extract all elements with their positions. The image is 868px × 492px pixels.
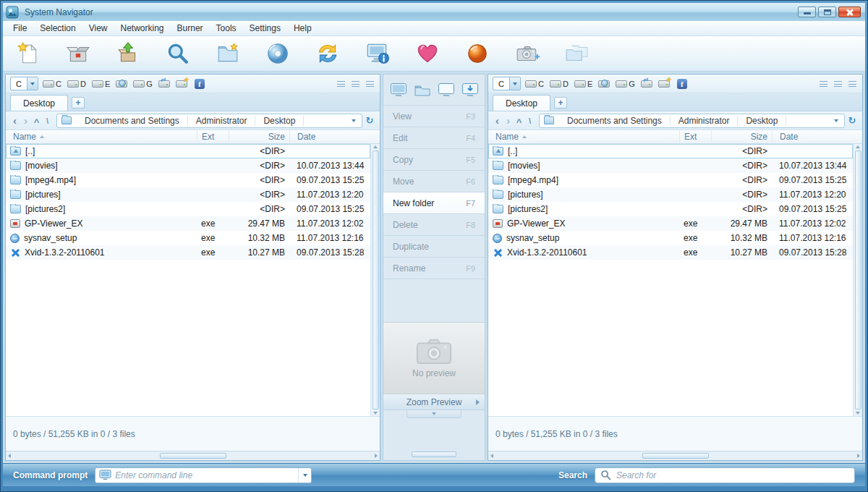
menu-selection[interactable]: Selection [34,22,81,35]
column-size[interactable]: Size [711,130,772,143]
scroll-up-icon[interactable] [373,145,378,148]
column-ext[interactable]: Ext [197,130,229,143]
view-button[interactable]: ViewF3 [383,106,485,127]
removable-drive-button[interactable] [157,80,171,88]
system-info-button[interactable] [361,38,394,69]
menu-view[interactable]: View [83,22,114,35]
new-folder-button[interactable]: New folderF7 [383,192,485,214]
duplicate-button[interactable]: Duplicate [383,236,485,258]
up-button[interactable] [514,115,524,127]
search-button[interactable] [161,38,195,69]
forward-button[interactable] [503,115,513,127]
breadcrumb-segment[interactable]: Documents and Settings [77,116,188,126]
drive-selector[interactable]: C [10,77,38,90]
drive-c-button[interactable]: C [524,79,545,89]
scroll-up-icon[interactable] [856,145,860,148]
drive-c-button[interactable]: C [41,79,63,89]
file-row[interactable]: [pictures2] <DIR> 09.07.2013 15:25 [488,202,853,216]
scroll-right-icon[interactable] [375,454,378,458]
tab-desktop[interactable]: Desktop [493,95,550,111]
file-row[interactable]: sysnav_setup exe 10.32 MB 11.07.2013 12:… [6,231,370,245]
menu-networking[interactable]: Networking [115,22,170,35]
scroll-down-icon[interactable] [373,412,378,415]
scrollbar-thumb[interactable] [373,150,379,410]
favorite-drive-button[interactable] [174,80,189,88]
pack-button[interactable] [111,38,145,69]
new-tab-button[interactable]: + [554,97,567,109]
command-input[interactable] [115,470,298,480]
drive-dropdown-button[interactable] [27,77,38,90]
menu-settings[interactable]: Settings [244,22,286,35]
file-row[interactable]: GP-Viewer_EX exe 29.47 MB 11.07.2013 12:… [488,216,853,231]
menu-tools[interactable]: Tools [210,22,242,35]
preview-external-icon[interactable] [461,82,479,97]
drive-g-button[interactable]: G [132,79,154,89]
vertical-scrollbar[interactable] [370,144,380,416]
menu-help[interactable]: Help [288,22,318,35]
breadcrumb[interactable]: Documents and Settings Administrator Des… [539,114,845,128]
file-row[interactable]: Xvid-1.3.2-20110601 exe 10.27 MB 09.07.2… [488,245,853,260]
path-history-dropdown-icon[interactable] [834,119,838,122]
up-button[interactable] [32,115,41,127]
copy-button[interactable]: CopyF5 [383,149,485,171]
file-row[interactable]: [movies] <DIR> 10.07.2013 13:44 [488,158,853,173]
refresh-icon[interactable] [846,115,858,126]
search-input[interactable] [616,470,849,480]
breadcrumb-segment[interactable]: Administrator [671,116,739,126]
settings-button[interactable] [461,38,494,69]
maximize-button[interactable] [818,7,836,17]
drive-e-button[interactable]: E [573,79,594,89]
breadcrumb-segment[interactable]: Desktop [738,116,786,126]
scroll-left-icon[interactable] [490,454,493,458]
scrollbar-thumb[interactable] [160,453,226,459]
scroll-left-icon[interactable] [8,454,11,458]
sync-button[interactable] [311,38,344,69]
facebook-icon[interactable]: f [195,79,205,89]
drive-d-button[interactable]: D [66,79,88,89]
breadcrumb-segment[interactable]: Administrator [188,116,256,126]
scrollbar-thumb[interactable] [642,453,709,459]
column-ext[interactable]: Ext [679,130,711,143]
preview-folder-icon[interactable] [414,82,431,97]
cd-drive-button[interactable] [114,80,129,88]
scroll-down-icon[interactable] [856,412,860,415]
column-name[interactable]: Name [488,130,679,143]
horizontal-scrollbar[interactable] [6,451,380,460]
file-row[interactable]: [mpeg4.mp4] <DIR> 09.07.2013 15:25 [6,173,370,187]
file-row[interactable]: [..] <DIR> [6,144,370,158]
removable-drive-button[interactable] [639,80,654,88]
facebook-icon[interactable]: f [677,79,687,89]
column-date[interactable]: Date [772,130,853,143]
column-date[interactable]: Date [289,130,370,143]
search-box[interactable] [595,467,855,483]
menu-burner[interactable]: Burner [171,22,209,35]
copy-to-folder-button[interactable] [211,38,244,69]
back-button[interactable] [10,115,20,127]
zoom-preview-button[interactable]: Zoom Preview [383,394,485,410]
minimize-button[interactable] [798,7,816,17]
drive-selector[interactable]: C [493,77,521,90]
preview-desktop-icon[interactable] [438,82,455,97]
back-button[interactable] [493,115,502,127]
new-tab-button[interactable]: + [72,97,85,109]
command-history-dropdown[interactable] [298,468,311,483]
breadcrumb-segment[interactable]: Desktop [255,116,304,126]
command-input-box[interactable] [95,467,312,483]
root-button[interactable] [525,115,535,127]
preview-monitor-icon[interactable] [390,82,407,97]
middle-scrollbar-thumb[interactable] [412,451,456,457]
folder-views-button[interactable] [561,38,594,69]
delete-button[interactable]: DeleteF8 [383,214,485,236]
file-row[interactable]: [pictures] <DIR> 11.07.2013 12:20 [488,187,853,202]
path-history-dropdown-icon[interactable] [352,119,356,122]
file-row[interactable]: Xvid-1.3.2-20110601 exe 10.27 MB 09.07.2… [6,245,370,260]
breadcrumb[interactable]: Documents and Settings Administrator Des… [56,114,362,128]
favorites-button[interactable] [411,38,444,69]
file-row[interactable]: [pictures2] <DIR> 09.07.2013 15:25 [6,202,370,216]
file-row[interactable]: sysnav_setup exe 10.32 MB 11.07.2013 12:… [488,231,853,245]
close-button[interactable] [838,7,861,17]
view-filter-icon[interactable] [335,79,346,89]
new-file-button[interactable] [12,38,45,69]
breadcrumb-segment[interactable]: Documents and Settings [559,116,671,126]
drive-d-button[interactable]: D [548,79,570,89]
